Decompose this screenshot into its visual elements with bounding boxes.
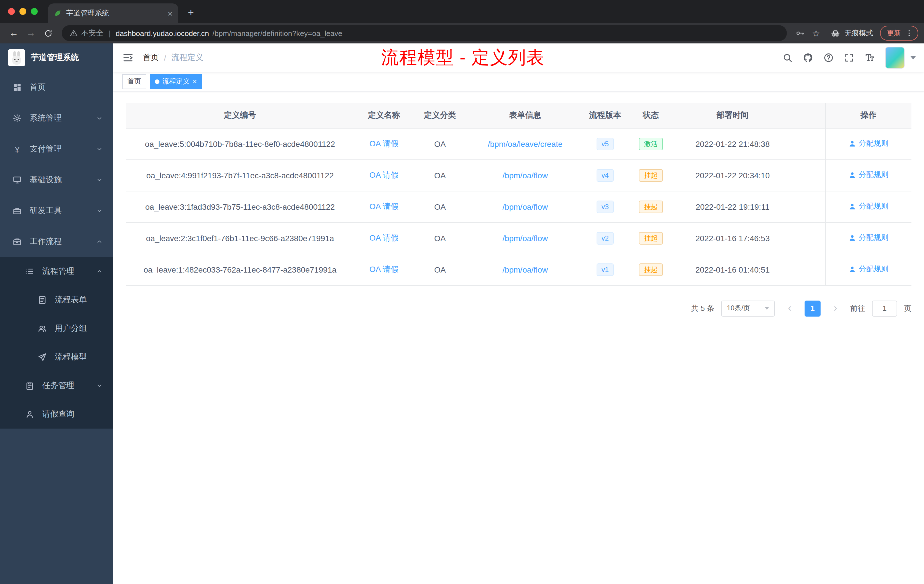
tag-active[interactable]: 流程定义 ×	[150, 74, 202, 89]
incognito-badge: 无痕模式	[830, 28, 873, 38]
version-tag: v3	[596, 200, 614, 213]
definition-name-link[interactable]: OA 请假	[370, 264, 399, 274]
assign-rule-link[interactable]: 分配规则	[848, 170, 889, 180]
form-link[interactable]: /bpm/oa/flow	[503, 233, 548, 243]
url-divider: |	[109, 29, 111, 38]
cell-version: v5	[584, 128, 626, 159]
cell-filler	[790, 254, 825, 285]
definition-name-link[interactable]: OA 请假	[370, 201, 399, 211]
sidebar-toggle-icon[interactable]	[122, 52, 134, 63]
cell-version: v4	[584, 159, 626, 191]
sidebar-item-label: 流程模型	[55, 352, 113, 362]
breadcrumb: 首页 / 流程定义	[143, 53, 203, 63]
sidebar-item-workflow[interactable]: 工作流程	[0, 226, 113, 257]
browser-tab[interactable]: 芋道管理系统 ×	[48, 3, 178, 23]
cell-form-info: /bpm/oa/flow	[466, 159, 584, 191]
browser-menu-icon[interactable]	[905, 29, 913, 37]
sidebar-item-user-group[interactable]: 用户分组	[0, 314, 113, 343]
breadcrumb-home[interactable]: 首页	[143, 53, 159, 63]
col-definition-category: 定义分类	[414, 103, 466, 128]
fullscreen-icon[interactable]	[844, 53, 854, 63]
prev-page-button[interactable]: ‹	[782, 300, 798, 316]
cell-definition-name: OA 请假	[354, 128, 414, 159]
annotation-overlay: 流程模型 - 定义列表	[381, 46, 544, 70]
page-size-select[interactable]: 10条/页	[721, 300, 775, 316]
avatar-caret-icon[interactable]	[910, 56, 916, 59]
forward-button[interactable]: →	[23, 25, 39, 41]
font-size-icon[interactable]	[865, 53, 875, 63]
assign-rule-link[interactable]: 分配规则	[848, 139, 889, 149]
sidebar-item-process-form[interactable]: 流程表单	[0, 286, 113, 314]
cell-status: 挂起	[626, 191, 675, 222]
breadcrumb-separator: /	[164, 53, 166, 62]
cell-filler	[790, 191, 825, 222]
definition-name-link[interactable]: OA 请假	[370, 139, 399, 148]
sidebar-item-process-model[interactable]: 流程模型	[0, 343, 113, 371]
app-logo[interactable]: 芋道管理系统	[0, 43, 113, 72]
github-icon[interactable]	[803, 53, 813, 63]
sidebar-item-leave-query[interactable]: 请假查询	[0, 400, 113, 429]
user-avatar[interactable]	[885, 47, 904, 69]
sidebar-item-infrastructure[interactable]: 基础设施	[0, 165, 113, 195]
sidebar-item-label: 请假查询	[42, 409, 113, 419]
pagination: 共 5 条 10条/页 ‹ 1 › 前往 1 页	[126, 300, 911, 316]
cell-version: v1	[584, 254, 626, 285]
cell-status: 挂起	[626, 159, 675, 191]
window-controls	[0, 0, 46, 23]
sidebar-item-payment[interactable]: ¥ 支付管理	[0, 134, 113, 165]
form-link[interactable]: /bpm/oa/leave/create	[488, 139, 563, 148]
sidebar-item-system[interactable]: 系统管理	[0, 103, 113, 134]
cell-actions: 分配规则	[825, 254, 911, 285]
definition-name-link[interactable]: OA 请假	[370, 170, 399, 179]
assign-rule-link[interactable]: 分配规则	[848, 233, 889, 243]
tab-close-icon[interactable]: ×	[167, 8, 173, 18]
sidebar-item-dev-tools[interactable]: 研发工具	[0, 195, 113, 226]
assign-rule-link[interactable]: 分配规则	[848, 201, 889, 212]
goto-page-suffix: 页	[904, 303, 911, 313]
search-icon[interactable]	[782, 53, 792, 63]
tag-close-icon[interactable]: ×	[193, 78, 197, 85]
workflow-icon	[13, 237, 22, 246]
password-key-icon[interactable]	[792, 26, 807, 41]
sidebar-item-home[interactable]: 首页	[0, 72, 113, 103]
goto-page-input[interactable]: 1	[872, 300, 897, 316]
cell-definition-id: oa_leave:3:1fad3d93-7b75-11ec-a3c8-acde4…	[126, 191, 354, 222]
reload-button[interactable]	[40, 25, 56, 41]
goto-label: 前往	[850, 303, 865, 313]
status-tag: 激活	[639, 137, 663, 150]
cell-version: v3	[584, 191, 626, 222]
cell-deploy-time: 2022-01-22 21:48:38	[675, 128, 790, 159]
chevron-down-icon	[96, 382, 103, 389]
cell-form-info: /bpm/oa/flow	[466, 254, 584, 285]
gear-icon	[13, 114, 22, 123]
url-bar[interactable]: 不安全 | dashboard.yudao.iocoder.cn/bpm/man…	[62, 25, 787, 41]
chevron-up-icon	[96, 268, 103, 275]
assign-rule-label: 分配规则	[859, 201, 889, 212]
bookmark-star-icon[interactable]: ☆	[808, 26, 823, 41]
chevron-down-icon	[96, 115, 103, 122]
new-tab-button[interactable]: +	[183, 5, 199, 21]
help-icon[interactable]	[823, 53, 834, 63]
assign-rule-link[interactable]: 分配规则	[848, 264, 889, 275]
cell-filler	[790, 159, 825, 191]
form-link[interactable]: /bpm/oa/flow	[503, 171, 548, 180]
cell-version: v2	[584, 222, 626, 254]
cell-actions: 分配规则	[825, 159, 911, 191]
minimize-window-button[interactable]	[20, 8, 26, 15]
col-filler	[790, 103, 825, 128]
form-link[interactable]: /bpm/oa/flow	[503, 265, 548, 274]
maximize-window-button[interactable]	[31, 8, 38, 15]
back-button[interactable]: ←	[6, 25, 22, 41]
update-button[interactable]: 更新	[880, 26, 918, 41]
page-number-1[interactable]: 1	[805, 300, 820, 316]
sidebar-item-process-mgmt[interactable]: 流程管理	[0, 257, 113, 286]
close-window-button[interactable]	[8, 8, 15, 15]
definition-name-link[interactable]: OA 请假	[370, 233, 399, 242]
tag-item[interactable]: 首页	[122, 74, 146, 89]
form-link[interactable]: /bpm/oa/flow	[503, 202, 548, 211]
sidebar-menu: 首页 系统管理 ¥ 支付管理 基础设施 研发工具 工作流程 流程管理 流程表单 …	[0, 72, 113, 429]
user-icon	[848, 172, 856, 179]
sidebar-item-task-mgmt[interactable]: 任务管理	[0, 371, 113, 400]
user-icon	[848, 140, 856, 147]
next-page-button[interactable]: ›	[827, 300, 843, 316]
